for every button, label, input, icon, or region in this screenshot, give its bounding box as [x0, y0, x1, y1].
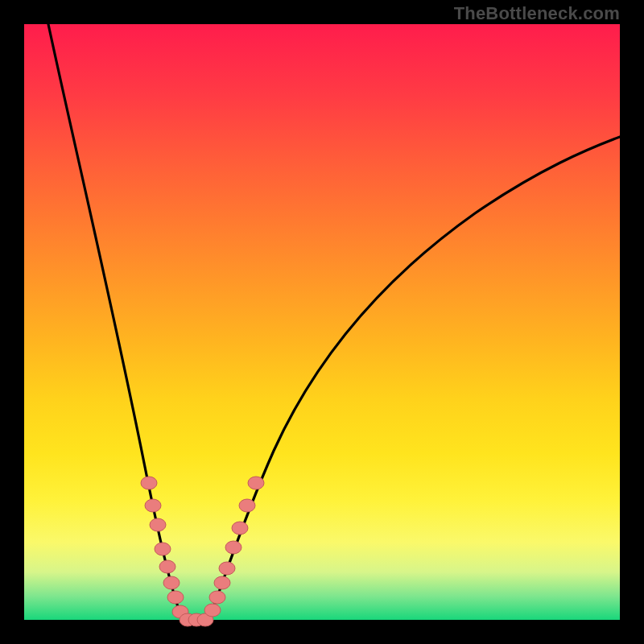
marker-dot [204, 604, 221, 617]
marker-dot [219, 562, 235, 575]
marker-dot [150, 518, 166, 531]
marker-dot [225, 541, 242, 554]
marker-dot [248, 477, 264, 489]
marker-dot [155, 543, 171, 555]
marker-dot [145, 499, 161, 512]
marker-dot [232, 522, 248, 535]
chart-frame: TheBottleneck.com [0, 0, 644, 644]
right-curve [209, 137, 620, 618]
marker-dot [141, 477, 157, 489]
marker-dot [159, 560, 175, 573]
chart-plot-area [24, 24, 620, 620]
attribution-text: TheBottleneck.com [454, 3, 620, 24]
marker-dot [167, 591, 184, 604]
marker-dot [209, 591, 225, 604]
marker-dot [163, 576, 180, 589]
chart-svg [24, 24, 620, 620]
marker-dot [214, 576, 230, 589]
markers-group [141, 477, 264, 626]
marker-dot [239, 499, 255, 512]
